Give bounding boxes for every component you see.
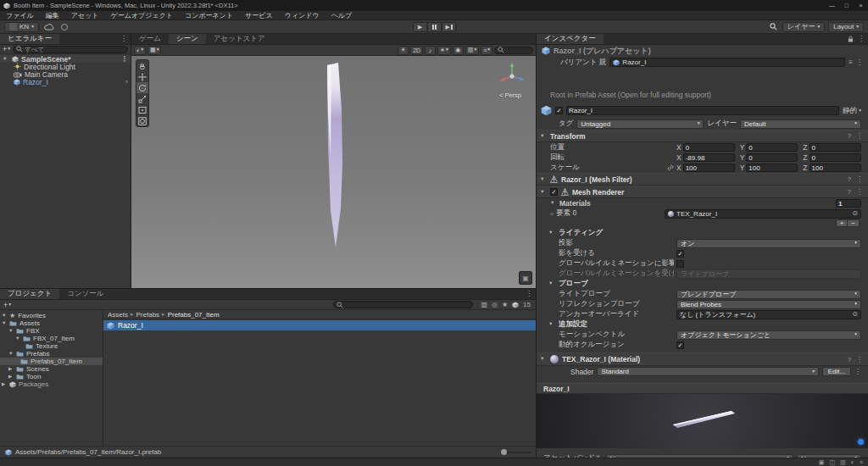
rect-tool-button[interactable] (136, 104, 148, 115)
project-search-input[interactable] (345, 301, 470, 308)
tree-item-scenes[interactable]: ▶ Scenes (0, 365, 103, 373)
foldout-open-icon[interactable]: ▼ (540, 190, 547, 195)
menu-gameobject[interactable]: ゲームオブジェクト (105, 11, 180, 20)
position-x-field[interactable]: 0 (683, 143, 735, 152)
breadcrumb-item[interactable]: Prefabs (136, 311, 160, 319)
rotation-z-field[interactable]: 0 (810, 153, 861, 162)
tag-dropdown[interactable]: Untagged▾ (576, 119, 704, 129)
tab-scene[interactable]: シーン (169, 34, 206, 44)
foldout-open-icon[interactable]: ▼ (2, 313, 7, 319)
asset-item-razor[interactable]: Razor_I (103, 320, 536, 330)
scene-search-box[interactable] (494, 47, 533, 54)
scale-tool-button[interactable] (136, 93, 148, 104)
hierarchy-search-input[interactable] (25, 46, 125, 53)
layer-dropdown[interactable]: Default▾ (740, 119, 861, 129)
mesh-renderer-header[interactable]: ▼ ✓ Mesh Renderer ?⋮ (537, 186, 868, 198)
zoom-slider-knob[interactable] (501, 449, 507, 455)
help-icon[interactable]: ? (848, 175, 851, 183)
variant-parent-field[interactable]: Razor_I (609, 58, 845, 67)
transform-tool-button[interactable] (136, 115, 148, 126)
step-button[interactable]: ▶ (442, 22, 456, 32)
lighting-section-header[interactable]: ▼ ライティング (537, 228, 868, 238)
dynamic-occlusion-checkbox[interactable]: ✓ (676, 341, 684, 349)
tab-inspector[interactable]: インスペクター (537, 34, 604, 44)
menu-file[interactable]: ファイル (0, 11, 40, 20)
foldout-open-icon[interactable]: ▼ (15, 336, 20, 341)
contribute-gi-checkbox[interactable] (676, 260, 684, 268)
hierarchy-menu-icon[interactable]: ⋮ (120, 34, 131, 44)
material-component-header[interactable]: ▼ TEX_Razor_I (Material) ?⋮ (537, 352, 868, 366)
services-button[interactable] (59, 22, 70, 32)
cloud-button[interactable] (42, 22, 56, 32)
position-y-field[interactable]: 0 (746, 143, 798, 152)
menu-help[interactable]: ヘルプ (326, 11, 359, 20)
reflection-probes-dropdown[interactable]: Blend Probes▾ (676, 300, 861, 309)
probes-section-header[interactable]: ▼ プローブ (537, 279, 868, 289)
foldout-open-icon[interactable]: ▼ (540, 357, 547, 362)
breadcrumb-item[interactable]: Prefabs_07_Item (168, 311, 220, 319)
minimize-button[interactable]: — (825, 0, 839, 11)
layers-dropdown[interactable]: レイヤー▾ (782, 22, 825, 32)
help-icon[interactable]: ? (848, 188, 851, 196)
mesh-renderer-checkbox[interactable]: ✓ (550, 188, 558, 196)
help-icon[interactable]: ? (848, 356, 851, 363)
remove-material-button[interactable]: − (848, 219, 860, 227)
foldout-open-icon[interactable]: ▼ (548, 322, 555, 327)
foldout-open-icon[interactable]: ▼ (2, 321, 7, 326)
foldout-open-icon[interactable]: ▼ (8, 352, 14, 357)
tree-item-fbx-07-item[interactable]: ▼ FBX_07_Item (0, 335, 103, 342)
tree-item-prefabs-07-item[interactable]: Prefabs_07_Item (0, 358, 103, 365)
orientation-gizmo[interactable] (497, 61, 527, 92)
status-activity-icon[interactable]: ◐ (851, 459, 854, 465)
gizmos-dropdown[interactable]: ≡▾ (481, 46, 492, 55)
search-button[interactable] (768, 22, 779, 32)
foldout-open-icon[interactable]: ▼ (540, 177, 547, 182)
tree-item-prefabs[interactable]: ▼ Prefabs (0, 350, 103, 358)
additional-settings-header[interactable]: ▼ 追加設定 (537, 319, 868, 330)
menu-edit[interactable]: 編集 (40, 11, 65, 20)
status-layout-icon[interactable]: ▥ (840, 459, 846, 466)
scale-x-field[interactable]: 100 (683, 164, 735, 172)
maximize-button[interactable]: □ (839, 0, 854, 11)
effects-dropdown[interactable]: ∗▾ (437, 46, 451, 55)
scene-menu-icon[interactable]: ⋮ (121, 56, 128, 63)
component-menu-icon[interactable]: ⋮ (856, 188, 863, 196)
foldout-open-icon[interactable]: ▼ (548, 230, 555, 236)
scale-z-field[interactable]: 100 (810, 164, 861, 172)
name-field[interactable]: Razor_I (566, 106, 839, 115)
add-object-button[interactable]: +▾ (3, 45, 10, 53)
component-menu-icon[interactable]: ⋮ (856, 132, 863, 140)
lock-icon[interactable] (848, 36, 854, 42)
tab-asset-store[interactable]: アセットストア (206, 34, 273, 44)
object-picker-icon[interactable]: ⊙ (852, 210, 858, 217)
2d-toggle[interactable]: 2D (410, 46, 423, 55)
tab-project[interactable]: プロジェクト (0, 289, 59, 299)
position-z-field[interactable]: 0 (810, 143, 861, 152)
help-icon[interactable]: ? (848, 132, 851, 140)
razor-mesh-object[interactable] (321, 63, 352, 251)
foldout-open-icon[interactable]: ▼ (550, 201, 557, 206)
foldout-open-icon[interactable]: ▼ (548, 281, 555, 286)
foldout-closed-icon[interactable]: ▶ (8, 374, 14, 380)
search-by-type-icon[interactable]: ▥ (481, 301, 487, 308)
shader-edit-button[interactable]: Edit... (822, 367, 851, 376)
overrides-icon[interactable]: ≡ (849, 59, 853, 66)
visibility-toggle[interactable]: ◉ (453, 46, 464, 55)
foldout-closed-icon[interactable]: ▶ (8, 367, 14, 372)
lighting-toggle[interactable]: ☀ (398, 46, 409, 55)
hierarchy-item-main-camera[interactable]: Main Camera (0, 70, 131, 78)
tree-item-favorites[interactable]: ▼ ★ Favorites (0, 312, 103, 319)
saved-search-star-icon[interactable]: ★ (502, 301, 508, 308)
rotation-x-field[interactable]: -89.98 (683, 153, 735, 162)
search-by-label-icon[interactable]: ◎ (492, 301, 498, 308)
menu-window[interactable]: ウィンドウ (279, 11, 326, 20)
rotation-y-field[interactable]: 0 (746, 153, 798, 162)
camera-overlay-button[interactable]: ▣ (519, 271, 532, 285)
menu-assets[interactable]: アセット (65, 11, 105, 20)
add-asset-button[interactable]: +▾ (3, 301, 11, 309)
menu-component[interactable]: コンポーネント (179, 11, 239, 20)
preview-header[interactable]: Razor_I (537, 383, 868, 394)
close-button[interactable]: × (854, 0, 868, 11)
light-probes-dropdown[interactable]: ブレンドプローブ▾ (676, 290, 861, 299)
project-search-box[interactable] (333, 301, 473, 308)
